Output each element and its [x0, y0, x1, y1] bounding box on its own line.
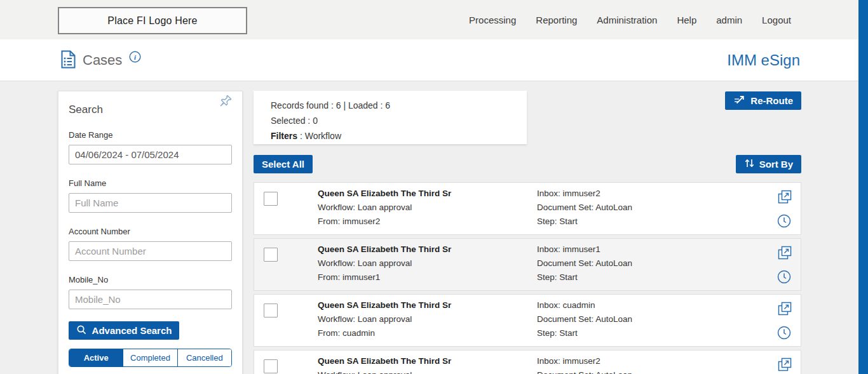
- records-found-line: Records found : 6 | Loaded : 6: [271, 98, 527, 113]
- sort-by-label: Sort By: [759, 159, 793, 170]
- sort-arrows-icon: [744, 158, 755, 170]
- search-icon: [76, 324, 87, 337]
- case-step: Step: Start: [537, 215, 632, 229]
- case-row: Queen SA Elizabeth The Third Sr Workflow…: [254, 350, 801, 374]
- history-clock-icon[interactable]: [776, 269, 795, 288]
- case-checkbox[interactable]: [264, 359, 278, 373]
- case-from: From: cuadmin: [318, 326, 451, 340]
- nav-item-admin-user[interactable]: admin: [716, 15, 742, 25]
- page-header: Cases i IMM eSign: [0, 39, 868, 81]
- open-case-icon[interactable]: [776, 244, 795, 264]
- case-inbox: Inbox: immuser1: [537, 243, 632, 257]
- select-all-button[interactable]: Select All: [254, 155, 313, 173]
- cases-document-icon: [60, 50, 76, 71]
- case-workflow: Workflow: Loan approval: [318, 312, 451, 326]
- nav-item-processing[interactable]: Processing: [469, 15, 516, 25]
- case-row: Queen SA Elizabeth The Third Sr Workflow…: [254, 182, 801, 235]
- case-list: Queen SA Elizabeth The Third Sr Workflow…: [254, 182, 801, 374]
- tab-active[interactable]: Active: [69, 349, 123, 366]
- fi-logo-placeholder: Place FI Logo Here: [58, 7, 247, 34]
- case-document-set: Document Set: AutoLoan: [537, 201, 632, 215]
- case-inbox: Inbox: immuser2: [537, 354, 632, 368]
- case-step: Step: Start: [537, 270, 632, 284]
- open-case-icon[interactable]: [776, 188, 795, 208]
- case-from: From: immuser2: [318, 215, 451, 229]
- reroute-button[interactable]: Re-Route: [725, 91, 801, 110]
- case-row: Queen SA Elizabeth The Third Sr Workflow…: [254, 238, 801, 291]
- vertical-scrollbar[interactable]: [858, 0, 868, 374]
- date-range-input[interactable]: [69, 145, 232, 164]
- tab-cancelled[interactable]: Cancelled: [177, 349, 231, 366]
- open-case-icon[interactable]: [776, 300, 795, 320]
- case-document-set: Document Set: AutoLoan: [537, 312, 632, 326]
- nav-item-help[interactable]: Help: [677, 15, 696, 25]
- case-inbox: Inbox: immuser2: [537, 187, 632, 201]
- fi-logo-text: Place FI Logo Here: [107, 15, 197, 27]
- esign-cases-screen: Place FI Logo Here Processing Reporting …: [0, 0, 868, 374]
- case-document-set: Document Set: AutoLoan: [537, 368, 632, 374]
- case-row: Queen SA Elizabeth The Third Sr Workflow…: [254, 294, 801, 347]
- case-title: Queen SA Elizabeth The Third Sr: [318, 354, 451, 368]
- account-number-input[interactable]: [69, 241, 232, 261]
- search-panel-title: Search: [69, 104, 232, 116]
- case-workflow: Workflow: Loan approval: [318, 257, 451, 270]
- history-clock-icon[interactable]: [776, 324, 795, 344]
- page-title: Cases: [83, 52, 122, 69]
- cases-main-area: Records found : 6 | Loaded : 6 Selected …: [254, 91, 801, 374]
- advanced-search-button[interactable]: Advanced Search: [69, 321, 179, 340]
- case-document-set: Document Set: AutoLoan: [537, 257, 632, 270]
- nav-item-administration[interactable]: Administration: [597, 15, 657, 25]
- case-title: Queen SA Elizabeth The Third Sr: [318, 187, 451, 201]
- selected-count-line: Selected : 0: [271, 113, 527, 128]
- pin-icon[interactable]: [215, 93, 233, 111]
- reroute-icon: [733, 94, 746, 107]
- advanced-search-label: Advanced Search: [92, 325, 172, 336]
- search-panel: Search Date Range Full Name Account Numb…: [58, 91, 243, 374]
- open-case-icon[interactable]: [776, 356, 795, 374]
- case-step: Step: Start: [537, 326, 632, 340]
- nav-item-reporting[interactable]: Reporting: [536, 15, 577, 25]
- filters-value: : Workflow: [297, 131, 341, 141]
- top-navigation: Processing Reporting Administration Help…: [469, 0, 791, 39]
- sort-by-button[interactable]: Sort By: [736, 155, 801, 173]
- results-summary: Records found : 6 | Loaded : 6 Selected …: [254, 91, 527, 144]
- case-from: From: immuser1: [318, 270, 451, 284]
- case-checkbox[interactable]: [264, 248, 278, 262]
- case-inbox: Inbox: cuadmin: [537, 298, 632, 312]
- case-title: Queen SA Elizabeth The Third Sr: [318, 243, 451, 257]
- select-all-label: Select All: [262, 159, 304, 170]
- top-bar: Place FI Logo Here Processing Reporting …: [0, 0, 868, 39]
- status-tabs: Active Completed Cancelled: [69, 349, 232, 367]
- case-title: Queen SA Elizabeth The Third Sr: [318, 298, 451, 312]
- history-clock-icon[interactable]: [776, 213, 795, 232]
- info-icon[interactable]: i: [129, 51, 141, 65]
- full-name-label: Full Name: [69, 178, 232, 188]
- nav-item-logout[interactable]: Logout: [762, 15, 791, 25]
- filters-line: Filters : Workflow: [271, 128, 527, 144]
- mobile-no-input[interactable]: [69, 290, 232, 309]
- full-name-input[interactable]: [69, 193, 232, 213]
- mobile-no-label: Mobile_No: [69, 275, 232, 284]
- account-number-label: Account Number: [69, 227, 232, 236]
- case-workflow: Workflow: Loan approval: [318, 368, 451, 374]
- date-range-label: Date Range: [69, 130, 232, 140]
- brand-imm-esign: IMM eSign: [727, 39, 800, 81]
- case-workflow: Workflow: Loan approval: [318, 201, 451, 215]
- filters-label: Filters: [271, 131, 297, 141]
- case-checkbox[interactable]: [264, 192, 278, 206]
- case-checkbox[interactable]: [264, 304, 278, 317]
- tab-completed[interactable]: Completed: [123, 349, 177, 366]
- reroute-label: Re-Route: [750, 95, 793, 106]
